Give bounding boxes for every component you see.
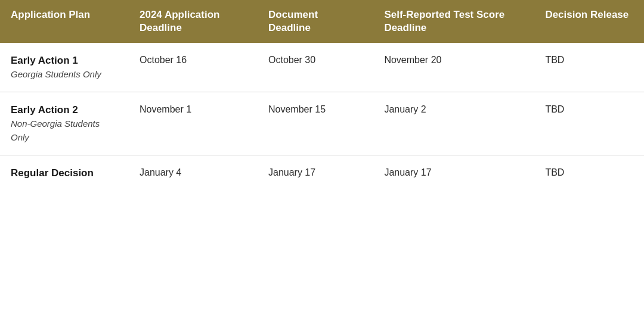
- cell-test-deadline-2: January 17: [373, 155, 534, 191]
- header-application-deadline: 2024 Application Deadline: [129, 0, 258, 43]
- cell-plan-0: Early Action 1Georgia Students Only: [0, 43, 129, 92]
- cell-decision-1: TBD: [534, 92, 644, 155]
- cell-plan-1: Early Action 2Non-Georgia Students Only: [0, 92, 129, 155]
- table-row: Early Action 2Non-Georgia Students OnlyN…: [0, 92, 644, 155]
- application-table: Application Plan 2024 Application Deadli…: [0, 0, 644, 191]
- header-test-score-deadline: Self-Reported Test Score Deadline: [373, 0, 534, 43]
- cell-plan-2: Regular Decision: [0, 155, 129, 191]
- table-header-row: Application Plan 2024 Application Deadli…: [0, 0, 644, 43]
- cell-app-deadline-0: October 16: [129, 43, 258, 92]
- cell-doc-deadline-0: October 30: [258, 43, 373, 92]
- table-row: Regular DecisionJanuary 4January 17Janua…: [0, 155, 644, 191]
- plan-name-1: Early Action 2: [11, 104, 78, 116]
- table-row: Early Action 1Georgia Students OnlyOctob…: [0, 43, 644, 92]
- plan-subtitle-1: Non-Georgia Students Only: [11, 118, 100, 142]
- main-table-container: Application Plan 2024 Application Deadli…: [0, 0, 644, 191]
- cell-decision-2: TBD: [534, 155, 644, 191]
- cell-doc-deadline-1: November 15: [258, 92, 373, 155]
- cell-test-deadline-1: January 2: [373, 92, 534, 155]
- cell-app-deadline-2: January 4: [129, 155, 258, 191]
- cell-doc-deadline-2: January 17: [258, 155, 373, 191]
- header-document-deadline: Document Deadline: [258, 0, 373, 43]
- header-application-plan: Application Plan: [0, 0, 129, 43]
- plan-subtitle-0: Georgia Students Only: [11, 69, 101, 79]
- header-decision-release: Decision Release: [534, 0, 644, 43]
- cell-app-deadline-1: November 1: [129, 92, 258, 155]
- plan-name-0: Early Action 1: [11, 55, 78, 66]
- cell-decision-0: TBD: [534, 43, 644, 92]
- plan-name-2: Regular Decision: [11, 167, 94, 179]
- cell-test-deadline-0: November 20: [373, 43, 534, 92]
